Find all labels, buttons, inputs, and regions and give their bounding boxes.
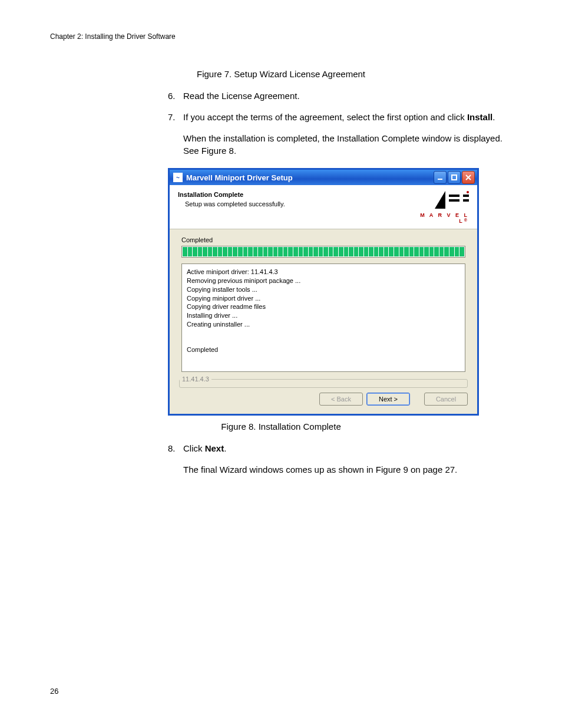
next-button[interactable]: Next > [366,393,410,406]
dialog-header: Installation Complete Setup was complete… [170,185,477,229]
dialog-footer: 11.41.4.3 < Back Next > Cancel [170,374,477,414]
installer-dialog: ~ Marvell Miniport Driver Setup Installa… [168,168,479,416]
app-icon: ~ [173,173,183,182]
back-button[interactable]: < Back [319,393,363,406]
maximize-button[interactable] [448,171,461,184]
dialog-body: Completed Active miniport driver: 11.41.… [170,229,477,374]
log-line: Removing previous miniport package ... [187,276,460,285]
log-line: Installing driver ... [187,311,460,320]
bold-install: Install [467,112,492,122]
paragraph: The final Wizard windows comes up as sho… [183,463,512,476]
log-line: Active miniport driver: 11.41.4.3 [187,268,460,276]
marvell-logo: M A R V E L L® [412,191,469,224]
log-line: Creating uninstaller ... [187,320,460,329]
close-button[interactable] [462,171,475,184]
brand-text: M A R V E L L [420,212,469,224]
log-line: Copying driver readme files [187,302,460,311]
text: If you accept the terms of the agreement… [183,112,467,122]
step-7: 7. If you accept the terms of the agreem… [168,111,512,124]
progress-bar [181,246,465,258]
step-text: If you accept the terms of the agreement… [183,111,512,124]
paragraph: When the installation is completed, the … [183,132,512,158]
page-number: 26 [50,687,58,696]
log-line: Copying miniport driver ... [187,294,460,303]
step-number: 6. [168,90,183,103]
install-log: Active miniport driver: 11.41.4.3 Removi… [181,263,465,372]
step-number: 7. [168,111,183,124]
cancel-button[interactable]: Cancel [424,393,468,406]
step-text: Click Next. [183,442,512,455]
log-line: Completed [187,345,460,354]
window-title: Marvell Miniport Driver Setup [186,173,293,182]
version-label: 11.41.4.3 [180,375,211,383]
step-text: Read the License Agreement. [183,90,512,103]
figure7-caption: Figure 7. Setup Wizard License Agreement [50,69,512,79]
header-title: Installation Complete [178,191,412,198]
text: . [224,443,226,453]
status-label: Completed [181,236,465,243]
figure8-image: ~ Marvell Miniport Driver Setup Installa… [168,168,479,416]
step-8: 8. Click Next. [168,442,512,455]
step-number: 8. [168,442,183,455]
step-6: 6. Read the License Agreement. [168,90,512,103]
figure8-caption: Figure 8. Installation Complete [50,421,512,431]
bold-next: Next [205,443,224,453]
header-subtitle: Setup was completed successfully. [178,200,412,207]
running-header: Chapter 2: Installing the Driver Softwar… [50,32,512,41]
minimize-button[interactable] [434,171,447,184]
titlebar: ~ Marvell Miniport Driver Setup [170,170,477,185]
log-line: Copying installer tools ... [187,285,460,294]
registered-icon: ® [464,218,469,222]
version-group: 11.41.4.3 [179,375,468,388]
text: Click [183,443,205,453]
svg-rect-1 [452,175,457,180]
text: . [492,112,495,122]
